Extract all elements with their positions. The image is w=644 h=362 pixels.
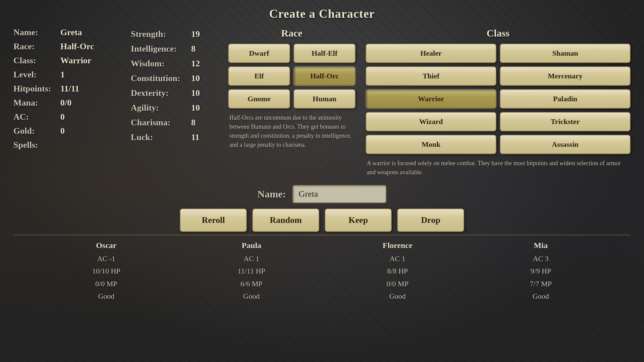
class-button-assassin[interactable]: Assassin <box>500 135 631 154</box>
stat-mana-row: Mana: 0/0 <box>13 98 121 108</box>
gold-value: 0 <box>60 126 65 136</box>
party-member-paula-alignment: Good <box>238 290 265 302</box>
party-member-mia-mp: 7/7 MP <box>530 278 552 290</box>
party-member-florence-alignment: Good <box>383 290 413 302</box>
attr-wisdom-row: Wisdom: 12 <box>131 59 218 69</box>
class-button-monk[interactable]: Monk <box>366 135 496 154</box>
name-value: Greta <box>60 27 82 38</box>
class-button-healer[interactable]: Healer <box>366 44 496 63</box>
class-panel: Class Healer Shaman Thief Mercenary Warr… <box>366 27 631 177</box>
bottom-divider <box>13 235 631 235</box>
character-stats-panel: Name: Greta Race: Half-Orc Class: Warrio… <box>13 27 121 150</box>
party-member-florence-hp: 8/8 HP <box>383 265 413 277</box>
stat-ac-row: AC: 0 <box>13 112 121 122</box>
attr-intelligence-row: Intelligence: 8 <box>131 44 218 54</box>
class-button-paladin[interactable]: Paladin <box>500 89 631 109</box>
class-button-shaman[interactable]: Shaman <box>500 44 631 63</box>
stat-race-row: Race: Half-Orc <box>13 42 121 52</box>
keep-button[interactable]: Keep <box>325 208 392 232</box>
race-button-elf[interactable]: Elf <box>228 66 290 86</box>
attributes-panel: Strength: 19 Intelligence: 8 Wisdom: 12 … <box>131 27 218 147</box>
party-member-oscar: Oscar AC -1 10/10 HP 0/0 MP Good <box>92 239 120 302</box>
class-button-thief[interactable]: Thief <box>366 66 496 86</box>
mana-value: 0/0 <box>60 98 71 108</box>
strength-value: 19 <box>191 29 200 39</box>
mana-label: Mana: <box>13 98 60 108</box>
constitution-label: Constitution: <box>131 73 191 83</box>
hp-label: Hitpoints: <box>13 84 60 94</box>
party-member-oscar-hp: 10/10 HP <box>92 265 120 277</box>
party-member-oscar-name: Oscar <box>92 239 120 252</box>
attr-constitution-row: Constitution: 10 <box>131 73 218 83</box>
party-member-mia: Mia AC 3 9/9 HP 7/7 MP Good <box>530 239 552 302</box>
name-input-field[interactable] <box>292 185 386 203</box>
bottom-section: Name: Reroll Random Keep Drop <box>13 185 631 232</box>
attr-dexterity-row: Dexterity: 10 <box>131 88 218 98</box>
race-button-gnome[interactable]: Gnome <box>228 89 290 109</box>
class-button-trickster[interactable]: Trickster <box>500 112 631 131</box>
intelligence-value: 8 <box>191 44 196 54</box>
attr-strength-row: Strength: 19 <box>131 29 218 39</box>
class-button-wizard[interactable]: Wizard <box>366 112 496 131</box>
party-member-paula-mp: 6/6 MP <box>238 278 265 290</box>
main-content: Name: Greta Race: Half-Orc Class: Warrio… <box>13 27 631 177</box>
party-member-oscar-mp: 0/0 MP <box>92 278 120 290</box>
attr-luck-row: Luck: 11 <box>131 132 218 142</box>
level-label: Level: <box>13 70 60 80</box>
strength-label: Strength: <box>131 29 191 39</box>
main-container: Create a Character Name: Greta Race: Hal… <box>0 0 644 362</box>
ac-value: 0 <box>60 112 65 122</box>
dexterity-label: Dexterity: <box>131 88 191 98</box>
agility-value: 10 <box>191 103 200 113</box>
race-description: Half-Orcs are uncommon due to the animos… <box>228 113 356 149</box>
party-member-mia-name: Mia <box>530 239 552 252</box>
luck-value: 11 <box>191 132 200 142</box>
reroll-button[interactable]: Reroll <box>180 208 247 232</box>
random-button[interactable]: Random <box>252 208 319 232</box>
constitution-value: 10 <box>191 73 200 83</box>
page-title: Create a Character <box>13 7 631 21</box>
name-label: Name: <box>13 27 60 38</box>
wisdom-label: Wisdom: <box>131 59 191 69</box>
party-member-paula-name: Paula <box>238 239 265 252</box>
party-member-oscar-alignment: Good <box>92 290 120 302</box>
luck-label: Luck: <box>131 132 191 142</box>
party-member-florence-ac: AC 1 <box>383 252 413 265</box>
stat-class-row: Class: Warrior <box>13 56 121 66</box>
level-value: 1 <box>60 70 65 80</box>
class-panel-title: Class <box>366 27 631 39</box>
wisdom-value: 12 <box>191 59 200 69</box>
race-button-dwarf[interactable]: Dwarf <box>228 44 290 63</box>
party-member-oscar-ac: AC -1 <box>92 252 120 265</box>
class-button-mercenary[interactable]: Mercenary <box>500 66 631 86</box>
stat-level-row: Level: 1 <box>13 70 121 80</box>
attr-charisma-row: Charisma: 8 <box>131 118 218 128</box>
gold-label: Gold: <box>13 126 60 136</box>
race-value: Half-Orc <box>60 42 94 52</box>
class-label: Class: <box>13 56 60 66</box>
stat-gold-row: Gold: 0 <box>13 126 121 136</box>
drop-button[interactable]: Drop <box>397 208 464 232</box>
dexterity-value: 10 <box>191 88 200 98</box>
party-member-mia-alignment: Good <box>530 290 552 302</box>
spells-label: Spells: <box>13 140 121 150</box>
agility-label: Agility: <box>131 103 191 113</box>
party-member-paula-ac: AC 1 <box>238 252 265 265</box>
ac-label: AC: <box>13 112 60 122</box>
class-grid: Healer Shaman Thief Mercenary Warrior Pa… <box>366 44 631 154</box>
name-input-label: Name: <box>258 188 286 200</box>
race-button-human[interactable]: Human <box>293 89 356 109</box>
class-description: A warrior is focused solely on melee com… <box>366 159 631 177</box>
race-button-half-elf[interactable]: Half-Elf <box>293 44 356 63</box>
party-member-paula-hp: 11/11 HP <box>238 265 265 277</box>
class-button-warrior[interactable]: Warrior <box>366 89 496 109</box>
name-input-row: Name: <box>258 185 387 203</box>
party-member-mia-ac: AC 3 <box>530 252 552 265</box>
hp-value: 11/11 <box>60 84 79 94</box>
charisma-value: 8 <box>191 118 196 128</box>
attr-agility-row: Agility: 10 <box>131 103 218 113</box>
race-button-half-orc[interactable]: Half-Orc <box>293 66 356 86</box>
race-panel-title: Race <box>228 27 356 39</box>
party-member-florence-mp: 0/0 MP <box>383 278 413 290</box>
party-member-paula: Paula AC 1 11/11 HP 6/6 MP Good <box>238 239 265 302</box>
